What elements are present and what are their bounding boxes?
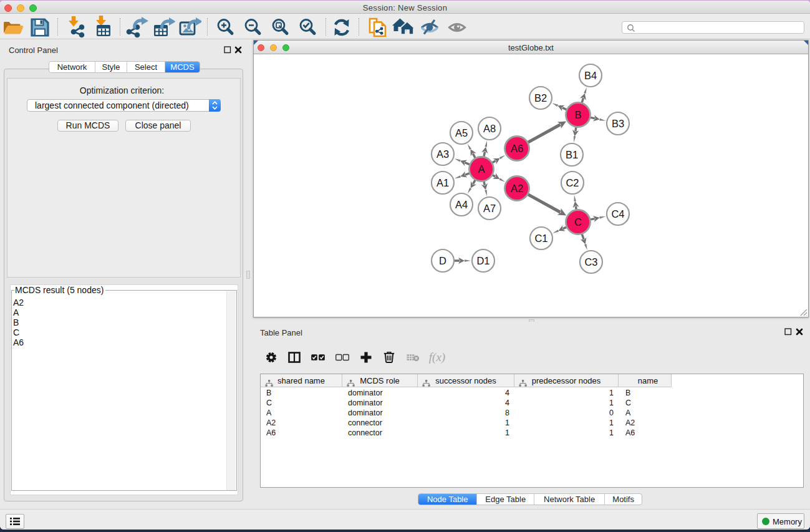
svg-text:B1: B1 — [566, 149, 578, 160]
svg-text:A2: A2 — [511, 183, 523, 194]
svg-text:A4: A4 — [455, 199, 468, 210]
svg-text:C3: C3 — [584, 256, 597, 268]
svg-text:B3: B3 — [612, 118, 624, 129]
svg-text:A7: A7 — [483, 203, 496, 214]
svg-text:f(x): f(x) — [429, 351, 445, 364]
svg-text:A1: A1 — [436, 177, 449, 188]
svg-text:A8: A8 — [483, 123, 496, 134]
svg-text:A3: A3 — [436, 148, 449, 160]
svg-text:B2: B2 — [534, 92, 547, 104]
svg-text:C2: C2 — [566, 177, 579, 188]
svg-text:A: A — [478, 163, 485, 175]
svg-text:A6: A6 — [511, 143, 523, 154]
svg-text:D: D — [439, 255, 446, 266]
svg-text:C: C — [574, 216, 582, 228]
svg-text:B: B — [574, 109, 581, 120]
svg-text:D1: D1 — [476, 255, 489, 266]
svg-text:A5: A5 — [455, 127, 468, 138]
svg-text:B4: B4 — [584, 70, 597, 81]
svg-text:C4: C4 — [611, 208, 624, 220]
svg-text:C1: C1 — [534, 233, 547, 244]
